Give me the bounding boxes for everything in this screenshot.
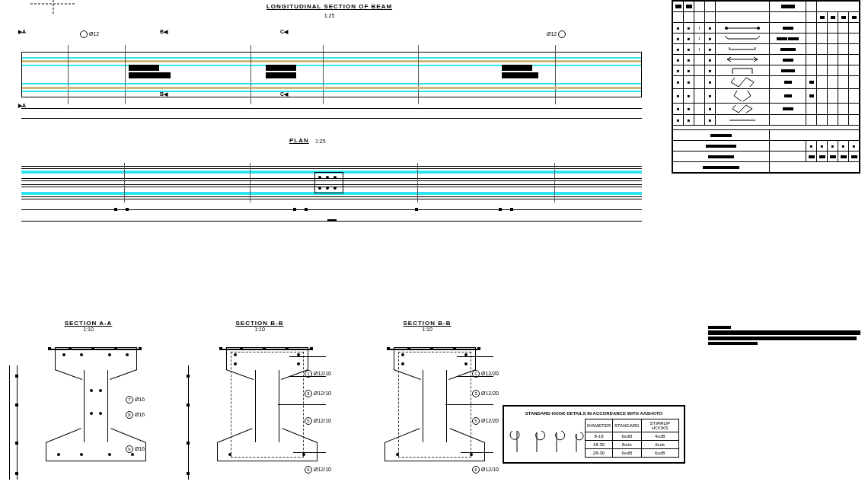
section-aa: SECTION A-A 1:10 7Ø16 8Ø16 9Ø16 [23, 320, 154, 461]
section-aa-title: SECTION A-A [23, 320, 154, 327]
section-aa-scale: 1:10 [23, 327, 154, 332]
dim-line-long-2 [21, 118, 642, 119]
rebar-callout-long-right: Ø12 [547, 30, 567, 38]
bb-callout-1: 1Ø12/10 [305, 370, 331, 378]
bb-callout-6: 6Ø12/10 [305, 466, 331, 474]
longitudinal-beam [21, 52, 642, 97]
long-section-title: LONGITUDINAL SECTION OF BEAM [228, 3, 430, 10]
section-bb-title: SECTION B-B [194, 320, 325, 327]
section-bb-2: SECTION B-B 1:10 1Ø12/20 3Ø12/20 5Ø12/20… [362, 320, 493, 461]
svg-line-4 [725, 36, 728, 39]
section-bb2-scale: 1:10 [362, 327, 493, 332]
hook-hdr-stir: STIRRUP HOOKS [641, 419, 678, 432]
bb2-callout-1: 1Ø12/20 [472, 370, 499, 378]
plan-title: PLAN [289, 137, 309, 144]
bb2-callout-6: 6Ø12/10 [472, 466, 499, 474]
title-block [708, 326, 860, 346]
aa-callout-8: 8Ø16 [126, 411, 145, 419]
origin-crosshair-icon [30, 0, 76, 15]
bb2-callout-3: 3Ø12/20 [472, 390, 499, 397]
hook-icons [509, 423, 585, 454]
aa-callout-9: 9Ø16 [126, 445, 145, 453]
plan-title-block: PLAN 1:25 [289, 137, 326, 144]
plan-scale: 1:25 [315, 139, 326, 144]
svg-line-5 [757, 36, 760, 39]
aa-callout-7: 7Ø16 [126, 396, 145, 403]
dim-line-long-1 [21, 108, 642, 109]
section-bb-1: SECTION B-B 1:10 1Ø12/10 3Ø12/10 5Ø12/10… [194, 320, 325, 461]
hook-table-title: STANDARD HOOK DETAILS IN ACCORDANCE WITH… [509, 411, 679, 416]
hook-hdr-dia: DIAMETER [586, 419, 613, 432]
long-section-scale: 1:25 [228, 13, 430, 18]
rebar-callout-long-left: Ø12 [80, 30, 99, 38]
hook-hdr-std: STANDARD [613, 419, 642, 432]
cut-mark-b-top: B◀ [160, 29, 168, 35]
section-bb2-title: SECTION B-B [362, 320, 493, 327]
bb-callout-3: 3Ø12/10 [305, 390, 331, 397]
svg-point-2 [757, 27, 760, 30]
hook-detail-table: STANDARD HOOK DETAILS IN ACCORDANCE WITH… [503, 405, 685, 464]
cut-mark-a-top: ▶A [18, 29, 26, 35]
svg-point-1 [725, 27, 728, 30]
cut-mark-c-top: C◀ [280, 29, 288, 35]
bb2-callout-5: 5Ø12/20 [472, 417, 499, 425]
bb-callout-5: 5Ø12/10 [305, 417, 331, 425]
section-bb-scale: 1:10 [194, 327, 325, 332]
plan-view [21, 166, 642, 199]
rebar-schedule-table: ■■I■ ■■I■ ■■I■ ■■■ ■■■ ■■■ ■■■ ■■■ ■■■ ■… [672, 0, 860, 174]
